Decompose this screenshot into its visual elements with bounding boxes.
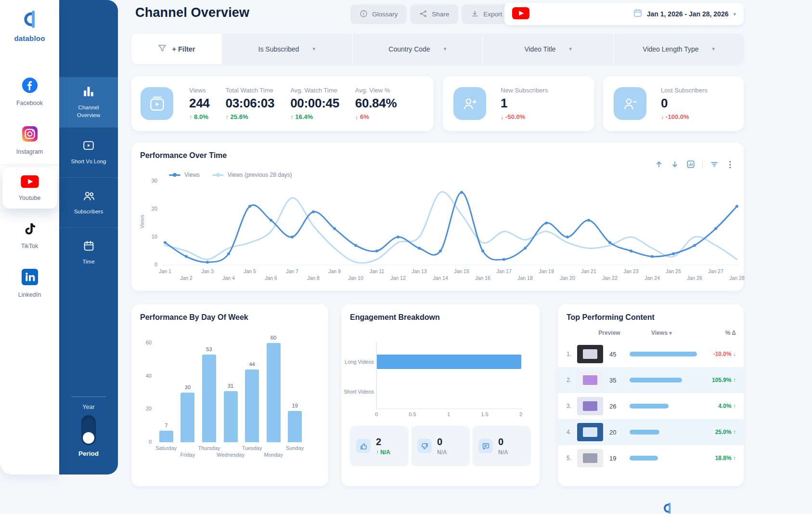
stat-value: 0 [498,436,503,447]
chart-column-icon[interactable] [686,160,695,169]
x-tick-label: Jan 6 [265,275,277,281]
kpi-metric: New Subscribers 1 ↓ -50.0% [501,87,548,120]
nav-item-label: Short Vs Long [66,158,111,166]
views-sort-header[interactable]: Views ▾ [651,329,672,336]
brand-name: databloo [14,34,45,42]
x-tick-label: Wednesday [217,452,245,458]
performance-by-day-card: Performance By Day Of Week 02040607Satur… [131,304,328,486]
filter-lines-icon[interactable] [710,160,719,169]
bar [224,391,238,442]
nav-item-channel-overview[interactable]: Channel Overview [59,77,118,127]
row-delta: 4.0% ↑ [700,403,736,409]
person-plus-icon [453,87,486,120]
x-tick-label: Jan 13 [412,268,427,274]
nav-item-subscribers[interactable]: Subscribers [59,177,118,227]
x-tick-label: Jan 2 [180,275,193,281]
filter-label: Is Subscribed [258,45,299,53]
kpi-value: 60.84% [355,96,397,111]
bar-value-label: 31 [228,383,233,389]
x-tick-label: 1.5 [481,411,488,417]
views-bar-track [630,352,700,356]
views-bar-track [630,430,700,435]
legend-swatch [169,174,180,176]
table-row[interactable]: 1. 45 -10.0% ↓ [558,341,744,367]
bar-value-label: 19 [292,403,298,409]
y-tick-label: 0 [145,262,157,267]
kpi-delta: ↓ -50.0% [501,113,548,120]
row-rank: 4. [567,429,577,435]
year-period-toggle[interactable] [81,415,96,445]
sidebar-item-linkedin[interactable]: LinkedIn [0,262,59,305]
x-tick-label: Jan 14 [433,275,448,281]
filter-dropdown-country-code[interactable]: Country Code ▾ [352,34,483,64]
bar-value-label: 60 [271,335,276,341]
table-row[interactable]: 4. 20 25.0% ↑ [558,419,744,445]
export-button[interactable]: Export [462,4,511,24]
x-tick-label: Jan 11 [370,268,385,274]
video-box-icon [141,87,173,120]
share-button[interactable]: Share [410,4,458,24]
bar [202,355,216,442]
row-rank: 2. [567,377,577,383]
arrow-up-icon[interactable] [655,160,663,169]
chevron-down-icon: ▾ [312,46,315,52]
x-tick-label: Jan 7 [286,268,298,274]
divider [71,396,106,397]
engagement-stat: 0 N/A [411,426,470,466]
person-minus-icon [614,87,646,120]
sidebar-item-youtube[interactable]: Youtube [2,168,57,209]
nav-item-time[interactable]: Time [59,227,118,277]
add-filter-button[interactable]: + Filter [131,34,221,64]
x-axis-labels-row1: Jan 1Jan 3Jan 5Jan 7Jan 9Jan 11Jan 13Jan… [162,268,743,275]
views-bar-track [630,404,700,409]
toggle-label-year: Year [82,404,94,410]
tiktok-icon [22,221,38,238]
x-tick-label: Jan 20 [560,275,575,281]
nav-item-short-vs-long[interactable]: Short Vs Long [59,127,118,177]
more-options-icon[interactable]: ⋮ [726,160,734,169]
bar-chart-icon [82,85,95,99]
sidebar-item-label: TikTok [21,243,39,250]
x-tick-label: Jan 1 [159,268,171,274]
stat-delta: ↑ N/A [376,449,390,456]
date-range-value: Jan 1, 2026 - Jan 28, 2026 [647,10,729,18]
axis-line [376,342,377,409]
x-tick-label: Jan 22 [602,275,618,281]
row-delta: -10.0% ↓ [700,351,736,357]
download-icon [471,10,479,19]
chart-toolbar: ⋮ [655,160,734,169]
button-label: Glossary [372,11,398,18]
video-thumbnail [577,449,603,467]
glossary-button[interactable]: Glossary [350,4,407,24]
filter-dropdown-is-subscribed[interactable]: Is Subscribed ▾ [221,34,352,64]
table-row[interactable]: 2. 35 105.9% ↑ [558,367,744,393]
y-tick-label: 30 [145,178,157,184]
filter-label: Video Length Type [643,45,698,53]
row-views: 19 [609,455,630,462]
arrow-down-icon[interactable] [670,160,679,169]
x-tick-label: 2 [519,411,522,417]
filter-label: Video Title [524,45,555,53]
filter-dropdown-video-title[interactable]: Video Title ▾ [482,34,613,64]
sidebar-item-label: LinkedIn [18,291,41,298]
instagram-icon [22,126,38,144]
sidebar-item-facebook[interactable]: Facebook [0,70,59,114]
table-row[interactable]: 3. 26 4.0% ↑ [558,393,744,419]
date-range-picker[interactable]: Jan 1, 2026 - Jan 28, 2026 ▾ [504,3,744,25]
stat-value: 0 [437,436,442,447]
comment-icon [478,439,493,453]
row-views: 35 [609,377,630,384]
x-tick-label: Saturday [155,445,177,451]
table-row[interactable]: 5. 19 18.8% ↑ [558,445,744,471]
y-axis-title: Views [139,212,145,231]
add-filter-label: + Filter [172,45,195,53]
y-tick-label: 60 [138,340,152,345]
filter-dropdown-video-length-type[interactable]: Video Length Type ▾ [613,34,744,64]
calendar-icon [633,8,643,20]
row-delta: 25.0% ↑ [700,429,736,435]
facebook-icon [22,77,38,95]
views-bar [630,352,697,356]
sidebar-item-instagram[interactable]: Instagram [0,119,59,162]
chevron-down-icon: ▾ [444,46,447,52]
sidebar-item-tiktok[interactable]: TikTok [0,214,59,257]
